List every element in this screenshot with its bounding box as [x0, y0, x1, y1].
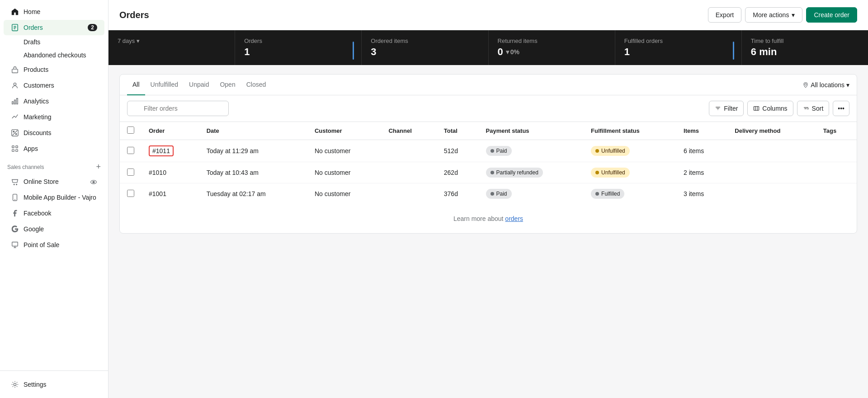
svg-point-9: [13, 131, 14, 132]
orders-table: Order Date Customer Channel Total Paymen…: [120, 122, 857, 204]
columns-icon: [753, 105, 760, 112]
period-chevron-icon: ▾: [137, 37, 140, 44]
sidebar-item-apps[interactable]: Apps: [4, 141, 104, 156]
order-payment-cell: Paid: [479, 183, 584, 205]
location-filter[interactable]: All locations ▾: [802, 75, 849, 95]
stats-bar: 7 days ▾ Orders 1 Ordered items 3 Return…: [108, 30, 868, 65]
unfulfilled-dot: [595, 171, 599, 174]
order-number-cell[interactable]: #1010: [142, 162, 199, 183]
orders-badge: 2: [88, 24, 97, 31]
sidebar-item-analytics-label: Analytics: [24, 98, 49, 105]
stat-fulfilled-orders: Fulfilled orders 1: [615, 30, 742, 65]
sidebar-item-home-label: Home: [24, 8, 40, 15]
order-items-cell: 2 items: [676, 162, 727, 183]
home-icon: [11, 8, 19, 16]
tab-closed[interactable]: Closed: [241, 75, 272, 95]
payment-status-badge: Paid: [486, 189, 512, 199]
fulfillment-status-badge: Unfulfilled: [591, 146, 630, 156]
fulfilled-chart-bar: [733, 42, 734, 60]
header-actions: Export More actions ▾ Create order: [708, 7, 857, 23]
sidebar-item-orders[interactable]: Orders 2: [4, 20, 104, 35]
products-icon: [11, 66, 19, 74]
sidebar-item-discounts[interactable]: Discounts: [4, 125, 104, 140]
table-header: Order Date Customer Channel Total Paymen…: [120, 122, 857, 140]
tab-unfulfilled[interactable]: Unfulfilled: [145, 75, 184, 95]
sort-button[interactable]: Sort: [797, 101, 830, 116]
sidebar-item-customers-label: Customers: [24, 82, 54, 89]
order-channel-cell: [381, 162, 436, 183]
select-all-checkbox[interactable]: [127, 126, 134, 134]
location-label: All locations: [811, 81, 844, 89]
fulfillment-status-badge: Fulfilled: [591, 189, 624, 199]
sidebar-item-home[interactable]: Home: [4, 4, 104, 19]
location-chevron-icon: ▾: [846, 81, 849, 89]
tab-open[interactable]: Open: [214, 75, 241, 95]
tab-unpaid[interactable]: Unpaid: [184, 75, 214, 95]
row-checkbox[interactable]: [127, 169, 134, 176]
add-channel-icon[interactable]: +: [96, 162, 101, 172]
paid-dot: [491, 192, 494, 196]
order-fulfillment-cell: Unfulfilled: [584, 140, 676, 162]
row-checkbox-cell: [120, 183, 142, 205]
columns-button[interactable]: Columns: [747, 101, 793, 116]
col-channel: Channel: [381, 122, 436, 140]
order-fulfillment-cell: Unfulfilled: [584, 162, 676, 183]
period-selector[interactable]: 7 days ▾: [118, 37, 226, 44]
row-checkbox-cell: [120, 140, 142, 162]
page-title: Orders: [119, 10, 708, 20]
svg-rect-16: [16, 150, 18, 152]
order-1010-link[interactable]: #1010: [149, 169, 166, 176]
more-actions-button[interactable]: More actions ▾: [745, 7, 802, 23]
orders-learn-more-link[interactable]: orders: [505, 215, 523, 222]
online-store-label: Online Store: [24, 178, 59, 185]
sidebar-item-google[interactable]: Google: [4, 221, 104, 237]
pos-label: Point of Sale: [24, 241, 59, 248]
sidebar-item-products[interactable]: Products: [4, 62, 104, 77]
search-input[interactable]: [127, 101, 229, 116]
filter-button[interactable]: Filter: [709, 101, 744, 116]
row-checkbox[interactable]: [127, 147, 134, 154]
online-store-eye-icon[interactable]: [90, 178, 97, 185]
sidebar-item-marketing[interactable]: Marketing: [4, 109, 104, 125]
order-1001-link[interactable]: #1001: [149, 190, 166, 197]
sidebar-item-online-store[interactable]: Online Store: [4, 174, 104, 189]
order-number-cell[interactable]: #1001: [142, 183, 199, 205]
order-number-cell[interactable]: #1011: [142, 140, 199, 162]
svg-point-27: [805, 83, 807, 85]
trend-down-icon: ▾: [506, 48, 509, 56]
sidebar-sub-item-abandoned[interactable]: Abandoned checkouts: [4, 49, 104, 61]
sidebar-sub-item-drafts[interactable]: Drafts: [4, 36, 104, 48]
orders-card: All Unfulfilled Unpaid Open Closed All l…: [119, 74, 857, 234]
svg-rect-14: [16, 146, 18, 148]
more-options-button[interactable]: •••: [833, 101, 849, 116]
orders-icon: [11, 23, 19, 32]
svg-rect-33: [754, 107, 759, 110]
export-button[interactable]: Export: [708, 7, 741, 23]
col-date: Date: [199, 122, 307, 140]
sidebar-nav: Home Orders 2 Drafts Abandoned checkouts…: [0, 0, 108, 370]
sidebar-item-facebook[interactable]: Facebook: [4, 206, 104, 221]
stat-time-to-fulfill: Time to fulfill 6 min: [742, 30, 868, 65]
order-channel-cell: [381, 140, 436, 162]
tab-all[interactable]: All: [127, 75, 145, 95]
fulfilled-dot: [595, 192, 599, 196]
payment-status-badge: Paid: [486, 146, 512, 156]
sidebar-item-mobile-app[interactable]: Mobile App Builder - Vajro: [4, 190, 104, 205]
sidebar-item-analytics[interactable]: Analytics: [4, 94, 104, 109]
row-checkbox[interactable]: [127, 190, 134, 197]
sidebar-item-pos[interactable]: Point of Sale: [4, 237, 104, 253]
create-order-button[interactable]: Create order: [806, 7, 857, 23]
order-channel-cell: [381, 183, 436, 205]
returned-trend: ▾ 0%: [506, 48, 519, 56]
stat-period[interactable]: 7 days ▾: [108, 30, 235, 65]
sidebar-item-customers[interactable]: Customers: [4, 78, 104, 93]
table-row: #1001 Tuesday at 02:17 am No customer 37…: [120, 183, 857, 205]
row-checkbox-cell: [120, 162, 142, 183]
facebook-icon: [11, 209, 19, 217]
sidebar-item-settings[interactable]: Settings: [4, 377, 104, 392]
page-content: All Unfulfilled Unpaid Open Closed All l…: [108, 65, 868, 398]
svg-point-18: [16, 184, 17, 185]
unfulfilled-dot: [595, 149, 599, 153]
order-1011-link[interactable]: #1011: [149, 145, 174, 156]
drafts-label: Drafts: [24, 38, 40, 46]
